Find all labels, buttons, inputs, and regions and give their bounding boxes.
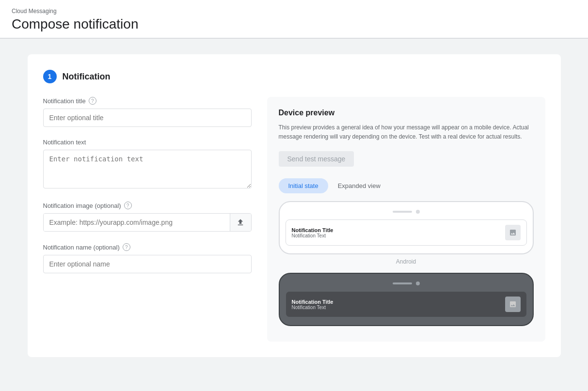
notification-title-label: Notification title ? — [43, 97, 252, 105]
image-icon-ios — [509, 300, 517, 308]
section-header: 1 Notification — [43, 70, 545, 83]
upload-icon — [236, 218, 245, 227]
notification-name-label: Notification name (optional) ? — [43, 243, 252, 251]
preview-tabs: Initial state Expanded view — [279, 178, 534, 193]
image-icon — [509, 229, 517, 236]
ios-notif-title: Notification Title — [292, 299, 500, 305]
main-content: 1 Notification Notification title ? Noti… — [0, 39, 588, 373]
android-notification-card: Notification Title Notification Text — [286, 219, 527, 246]
header: Cloud Messaging Compose notification — [0, 0, 588, 38]
notification-image-input[interactable] — [44, 214, 230, 231]
ios-phone-speaker — [393, 282, 412, 284]
android-notif-image — [505, 225, 521, 240]
ios-notification-card: Notification Title Notification Text — [286, 291, 527, 317]
ios-notification-text: Notification Title Notification Text — [292, 299, 500, 310]
android-label: Android — [279, 258, 534, 265]
main-card: 1 Notification Notification title ? Noti… — [28, 54, 561, 357]
ios-phone-top — [286, 282, 527, 285]
notification-title-help-icon[interactable]: ? — [89, 97, 96, 105]
notification-title-input[interactable] — [43, 109, 252, 127]
ios-notif-body: Notification Text — [292, 305, 500, 310]
tab-initial-state[interactable]: Initial state — [279, 178, 328, 193]
notification-text-input[interactable] — [43, 150, 252, 188]
notification-name-help-icon[interactable]: ? — [123, 243, 130, 251]
section-title: Notification — [63, 72, 111, 82]
android-phone-mockup: Notification Title Notification Text — [279, 201, 534, 254]
form-and-preview: Notification title ? Notification text N… — [43, 97, 545, 342]
step-badge: 1 — [43, 70, 57, 83]
send-test-button[interactable]: Send test message — [279, 151, 354, 167]
android-notification-text: Notification Title Notification Text — [292, 227, 500, 238]
preview-panel: Device preview This preview provides a g… — [267, 97, 545, 342]
image-input-wrapper — [43, 213, 252, 232]
tab-expanded-view[interactable]: Expanded view — [328, 178, 390, 193]
android-phone-top — [286, 210, 527, 214]
ios-phone-camera — [416, 282, 420, 285]
notification-text-group: Notification text — [43, 139, 252, 190]
android-notif-body: Notification Text — [292, 233, 500, 238]
phone-camera — [416, 210, 420, 214]
notification-text-label: Notification text — [43, 139, 252, 146]
preview-description: This preview provides a general idea of … — [279, 123, 534, 141]
notification-title-group: Notification title ? — [43, 97, 252, 127]
form-panel: Notification title ? Notification text N… — [43, 97, 252, 342]
notification-image-group: Notification image (optional) ? — [43, 202, 252, 232]
notification-name-input[interactable] — [43, 255, 252, 273]
android-notif-title: Notification Title — [292, 227, 500, 233]
image-upload-button[interactable] — [230, 214, 251, 231]
notification-image-help-icon[interactable]: ? — [124, 202, 132, 209]
ios-notif-image — [505, 297, 521, 312]
notification-image-label: Notification image (optional) ? — [43, 202, 252, 209]
page-title: Compose notification — [12, 16, 576, 32]
notification-name-group: Notification name (optional) ? — [43, 243, 252, 273]
preview-title: Device preview — [279, 109, 534, 117]
breadcrumb: Cloud Messaging — [12, 8, 576, 15]
ios-phone-mockup: Notification Title Notification Text — [279, 273, 534, 326]
phone-speaker — [393, 211, 412, 213]
